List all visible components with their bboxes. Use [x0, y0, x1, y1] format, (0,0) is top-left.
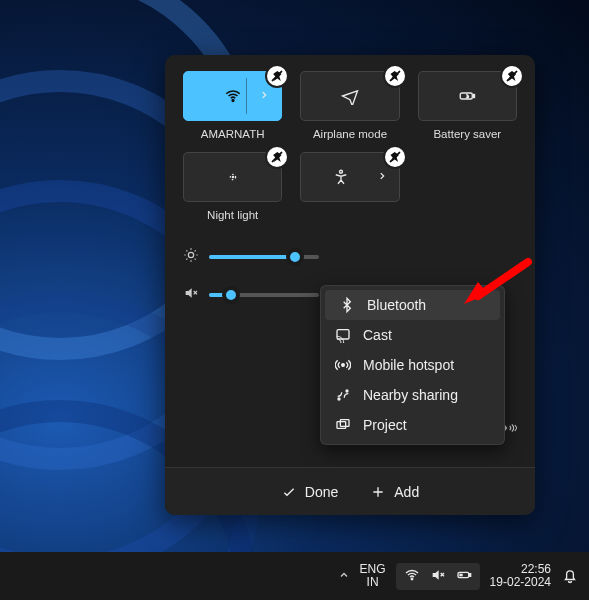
done-button[interactable]: Done [281, 484, 338, 500]
accessibility-icon [332, 168, 368, 186]
tile-night-light[interactable] [183, 152, 282, 202]
battery-icon [456, 567, 472, 586]
svg-point-0 [232, 100, 234, 102]
add-menu-item-label: Bluetooth [367, 297, 426, 313]
tile-accessibility-wrap [300, 152, 399, 221]
tile-wifi-wrap: AMARNATH [183, 71, 282, 140]
svg-rect-2 [473, 95, 475, 98]
tile-airplane-wrap: Airplane mode [300, 71, 399, 140]
unpin-icon[interactable] [267, 147, 287, 167]
language-indicator[interactable]: ENG IN [360, 563, 386, 589]
night-light-icon [224, 168, 242, 186]
svg-point-6 [188, 252, 193, 257]
project-icon [335, 417, 351, 433]
chevron-right-icon[interactable] [377, 170, 387, 184]
svg-point-4 [232, 176, 234, 178]
quick-settings-panel: AMARNATH Airplane mode Battery saver [165, 55, 535, 515]
svg-point-9 [338, 398, 340, 400]
bluetooth-icon [339, 297, 355, 313]
airplane-icon [341, 87, 359, 105]
add-label: Add [394, 484, 419, 500]
volume-muted-icon [430, 567, 446, 586]
svg-point-8 [342, 364, 345, 367]
add-button[interactable]: Add [370, 484, 419, 500]
tile-night-light-wrap: Night light [183, 152, 282, 221]
svg-point-10 [346, 390, 348, 392]
brightness-slider-row [183, 247, 517, 267]
unpin-icon[interactable] [385, 147, 405, 167]
add-menu-item-label: Project [363, 417, 407, 433]
svg-point-5 [339, 170, 342, 173]
svg-rect-17 [459, 573, 462, 576]
add-menu-item-label: Nearby sharing [363, 387, 458, 403]
quick-tiles-grid: AMARNATH Airplane mode Battery saver [183, 71, 517, 221]
add-menu-bluetooth[interactable]: Bluetooth [325, 290, 500, 320]
tile-battery-saver[interactable] [418, 71, 517, 121]
svg-rect-12 [340, 420, 349, 427]
tile-night-light-label: Night light [207, 209, 258, 221]
add-menu-nearby[interactable]: Nearby sharing [321, 380, 504, 410]
chevron-right-icon[interactable] [259, 89, 269, 103]
svg-rect-7 [337, 330, 349, 339]
volume-muted-icon [183, 285, 199, 305]
panel-footer: Done Add [165, 467, 535, 515]
cast-icon [335, 327, 351, 343]
brightness-icon [183, 247, 199, 267]
tile-wifi[interactable] [183, 71, 282, 121]
nearby-sharing-icon [335, 387, 351, 403]
tile-airplane-label: Airplane mode [313, 128, 387, 140]
tile-wifi-label: AMARNATH [201, 128, 265, 140]
tile-battery-saver-label: Battery saver [433, 128, 501, 140]
unpin-icon[interactable] [385, 66, 405, 86]
wifi-icon [224, 87, 242, 105]
add-tile-menu: Bluetooth Cast Mobile hotspot Nearby sha… [320, 285, 505, 445]
unpin-icon[interactable] [267, 66, 287, 86]
tile-airplane[interactable] [300, 71, 399, 121]
brightness-slider[interactable] [209, 255, 319, 259]
done-label: Done [305, 484, 338, 500]
tray-overflow-button[interactable] [338, 569, 350, 583]
svg-rect-11 [337, 422, 346, 429]
clock-date: 19-02-2024 [490, 576, 551, 589]
battery-saver-icon [458, 87, 476, 105]
taskbar-clock[interactable]: 22:56 19-02-2024 [490, 563, 551, 589]
add-menu-item-label: Cast [363, 327, 392, 343]
add-menu-hotspot[interactable]: Mobile hotspot [321, 350, 504, 380]
svg-point-14 [411, 578, 413, 580]
notifications-button[interactable] [561, 566, 579, 587]
add-menu-project[interactable]: Project [321, 410, 504, 440]
add-menu-item-label: Mobile hotspot [363, 357, 454, 373]
hotspot-icon [335, 357, 351, 373]
taskbar: ENG IN 22:56 19-02-2024 [0, 552, 589, 600]
volume-slider[interactable] [209, 293, 319, 297]
system-tray[interactable] [396, 563, 480, 590]
wifi-icon [404, 567, 420, 586]
tile-accessibility[interactable] [300, 152, 399, 202]
svg-rect-16 [469, 573, 470, 576]
language-bottom: IN [360, 576, 386, 589]
add-menu-cast[interactable]: Cast [321, 320, 504, 350]
tile-battery-saver-wrap: Battery saver [418, 71, 517, 140]
unpin-icon[interactable] [502, 66, 522, 86]
